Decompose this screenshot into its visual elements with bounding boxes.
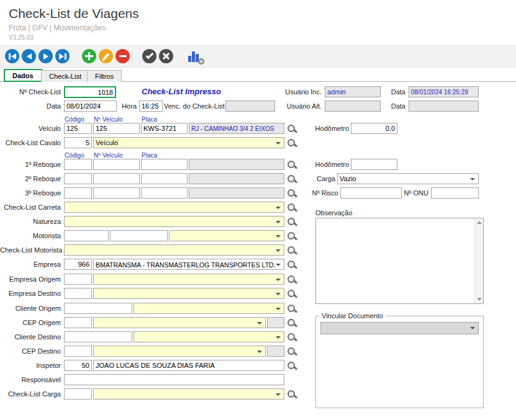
- veiculo-numero-field[interactable]: 125: [93, 123, 140, 134]
- cliente-destino-codigo-field[interactable]: [64, 331, 132, 342]
- responsavel-field[interactable]: [64, 374, 284, 385]
- reboque1-placa-field[interactable]: [141, 159, 188, 170]
- checklist-carga-search-icon[interactable]: [287, 390, 297, 400]
- reboque1-numero-field[interactable]: [93, 159, 140, 170]
- num-checklist-field[interactable]: 1018: [64, 86, 116, 98]
- first-record-button[interactable]: [5, 49, 19, 63]
- checklist-motorista-search-icon[interactable]: [287, 246, 297, 256]
- checklist-cavalo-combo[interactable]: Veículo: [93, 137, 284, 148]
- next-record-button[interactable]: [38, 49, 53, 63]
- column-codigo-2: Código: [65, 152, 84, 159]
- vincular-documento-combo[interactable]: [320, 322, 479, 334]
- checklist-cavalo-search-icon[interactable]: [287, 138, 297, 148]
- reboque3-numero-field[interactable]: [93, 187, 140, 199]
- usuario-inc-label: Usuário Inc.: [267, 88, 322, 96]
- edit-record-button[interactable]: [99, 49, 113, 63]
- cancel-button[interactable]: [159, 49, 173, 63]
- empresa-origem-search-icon[interactable]: [287, 275, 297, 285]
- veiculo-search-icon[interactable]: [287, 124, 297, 134]
- empresa-codigo-field[interactable]: 966: [64, 259, 92, 270]
- natureza-search-icon[interactable]: [287, 217, 297, 227]
- empresa-search-icon[interactable]: [287, 260, 297, 270]
- tab-bar: Dados Check-List Filtros: [0, 69, 516, 82]
- checklist-carreta-search-icon[interactable]: [287, 203, 297, 213]
- cliente-origem-search-icon[interactable]: [287, 304, 297, 314]
- cep-origem-combo[interactable]: [93, 317, 266, 328]
- tab-dados[interactable]: Dados: [4, 69, 42, 82]
- checklist-carga-combo[interactable]: [93, 388, 284, 400]
- data-field[interactable]: 08/01/2024: [64, 101, 117, 112]
- cliente-destino-combo[interactable]: [134, 331, 284, 342]
- reboque3-placa-field[interactable]: [141, 187, 188, 199]
- reboque2-placa-field[interactable]: [141, 173, 188, 184]
- empresa-destino-search-icon[interactable]: [287, 289, 297, 299]
- x-icon: [162, 52, 170, 60]
- checklist-motorista-combo[interactable]: [64, 244, 284, 256]
- inspetor-field[interactable]: JOAO LUCAS DE SOUZA DIAS FARIA: [93, 360, 284, 371]
- motorista-numero-field[interactable]: [110, 230, 168, 241]
- reboque2-numero-field[interactable]: [93, 173, 140, 184]
- veiculo-descricao-field: RJ - CAMINHAO 3/4 2 EIXOS: [189, 123, 284, 134]
- data-inc-field: 08/01/2024 16:25:29: [409, 86, 479, 97]
- observacao-label: Observação: [315, 209, 352, 217]
- previous-record-button[interactable]: [22, 49, 36, 63]
- motorista-combo[interactable]: [169, 230, 284, 241]
- reboque1-search-icon[interactable]: [287, 160, 297, 170]
- empresa-origem-combo[interactable]: [93, 274, 284, 285]
- checklist-motorista-label: Check-List Motorista: [0, 246, 61, 254]
- observacao-textarea[interactable]: [315, 218, 484, 304]
- hodometro-veiculo-field[interactable]: 0,0: [351, 123, 397, 134]
- num-risco-field[interactable]: [340, 187, 402, 199]
- tab-checklist[interactable]: Check-List: [41, 70, 89, 82]
- carga-combo[interactable]: Vazio: [337, 173, 479, 184]
- cep-destino-search-icon[interactable]: [287, 347, 297, 357]
- delete-record-button[interactable]: [115, 49, 130, 63]
- hora-field[interactable]: 16:25: [139, 101, 163, 112]
- scroll-down-icon[interactable]: [475, 295, 483, 303]
- empresa-combo[interactable]: BMATRANSMA - TRANSMASTERLOG TRANSPORTES …: [93, 259, 284, 270]
- reboque1-codigo-field[interactable]: [64, 159, 92, 170]
- cep-destino-label: CEP Destino: [0, 347, 61, 355]
- reboque3-search-icon[interactable]: [287, 189, 297, 199]
- empresa-origem-label: Empresa Origem: [0, 275, 61, 283]
- cep-destino-combo[interactable]: [93, 346, 266, 357]
- observacao-scrollbar[interactable]: [474, 218, 483, 303]
- cep-destino-codigo-field[interactable]: [64, 346, 92, 357]
- hodometro-reboque-field[interactable]: [351, 159, 397, 170]
- motorista-search-icon[interactable]: [287, 231, 297, 241]
- natureza-combo[interactable]: [64, 216, 284, 227]
- checklist-carreta-combo[interactable]: [64, 202, 284, 213]
- checklist-viagens-window: Check-List de Viagens Frota | GFV | Movi…: [0, 0, 516, 420]
- checklist-carga-codigo-field[interactable]: [64, 388, 92, 400]
- reboque3-descricao-field: [189, 187, 284, 199]
- reboque2-search-icon[interactable]: [287, 174, 297, 184]
- scroll-up-icon[interactable]: [475, 218, 483, 226]
- cliente-origem-codigo-field[interactable]: [64, 303, 132, 314]
- column-num-veiculo-2: Nº Veículo: [94, 152, 122, 159]
- motorista-codigo-field[interactable]: [64, 230, 109, 241]
- empresa-origem-codigo-field[interactable]: [64, 274, 92, 285]
- reboque3-codigo-field[interactable]: [64, 187, 92, 199]
- last-record-button[interactable]: [55, 49, 70, 63]
- hodometro-veiculo-label: Hodômetro: [303, 125, 349, 132]
- add-record-button[interactable]: [82, 49, 96, 63]
- cep-origem-search-icon[interactable]: [287, 318, 297, 328]
- chart-settings-button[interactable]: [188, 50, 204, 63]
- cep-origem-codigo-field[interactable]: [64, 317, 92, 328]
- tab-filtros[interactable]: Filtros: [87, 70, 122, 82]
- veiculo-placa-field[interactable]: KWS-3721: [141, 123, 188, 134]
- cliente-origem-combo[interactable]: [134, 303, 284, 314]
- num-onu-field[interactable]: [431, 187, 479, 199]
- inspetor-codigo-field[interactable]: 50: [64, 360, 92, 371]
- empresa-destino-combo[interactable]: [93, 288, 284, 299]
- reboque2-codigo-field[interactable]: [64, 173, 92, 184]
- confirm-button[interactable]: [142, 49, 156, 63]
- empresa-destino-codigo-field[interactable]: [64, 288, 92, 299]
- data-inc-label: Data: [373, 88, 405, 96]
- cliente-destino-search-icon[interactable]: [287, 333, 297, 342]
- inspetor-search-icon[interactable]: [287, 361, 297, 371]
- cep-origem-aux-field: [267, 317, 284, 328]
- veiculo-codigo-field[interactable]: 125: [64, 123, 92, 134]
- empresa-destino-label: Empresa Destino: [0, 290, 61, 297]
- checklist-cavalo-codigo-field[interactable]: 5: [64, 137, 92, 148]
